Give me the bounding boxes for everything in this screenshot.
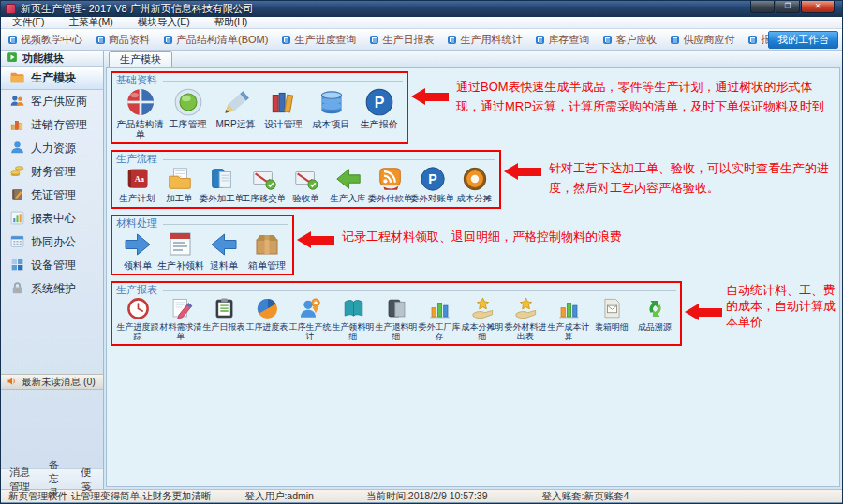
toolbar-item[interactable]: 生产进度查询 <box>282 33 356 47</box>
toolbar-item-label: 商品资料 <box>109 33 150 47</box>
module-item[interactable]: 生产日报表 <box>202 296 245 341</box>
annotation-text: 通过BOM表快速生成半成品，零件等生产计划，通过树状的形式体现，通过MRP运算，… <box>456 77 836 116</box>
toolbar-item[interactable]: 库存查询 <box>536 33 589 47</box>
module-item[interactable]: 材料需求清单 <box>159 296 202 341</box>
my-workbench-button[interactable]: 我的工作台 <box>768 31 838 49</box>
module-item-label: 验收单 <box>292 194 319 204</box>
module-item[interactable]: 成本分摊明细 <box>461 296 504 341</box>
module-item[interactable]: 生产领料明细 <box>332 296 375 341</box>
module-item-label: 生产成本计算 <box>547 322 590 341</box>
toolbar-items: 视频教学中心商品资料产品结构清单(BOM)生产进度查询生产日报表生产用料统计库存… <box>8 33 802 47</box>
sidebar-item[interactable]: 客户供应商 <box>1 90 103 113</box>
module-item[interactable]: 退料单 <box>202 230 245 271</box>
toolbar-item-label: 生产用料统计 <box>460 33 522 47</box>
menu-item-2[interactable]: 主菜单(M) <box>68 16 112 29</box>
module-item[interactable]: 委外加工单 <box>200 165 243 204</box>
module-item-label: 装箱明细 <box>595 322 629 332</box>
unread-messages-label: 最新未读消息 (0) <box>22 376 96 389</box>
sidebar-item[interactable]: 凭证管理 <box>1 184 103 207</box>
sidebar-item[interactable]: 生产模块 <box>1 67 103 90</box>
module-item[interactable]: P委外对账单 <box>411 165 453 204</box>
sidebar-item[interactable]: 报表中心 <box>1 207 103 230</box>
module-item[interactable]: 领料单 <box>116 230 159 271</box>
module-item-label: MRP运算 <box>215 119 255 129</box>
module-item[interactable]: 成本项目 <box>307 86 355 140</box>
toolbar-item[interactable]: 商品资料 <box>96 33 150 47</box>
module-item[interactable]: 工序管理 <box>164 86 212 140</box>
tab-production-module[interactable]: 生产模块 <box>109 51 172 67</box>
clock-icon <box>126 296 151 321</box>
sidebar-item-label: 报表中心 <box>31 211 76 227</box>
svg-text:P: P <box>428 172 436 187</box>
module-item[interactable]: 生产退料明细 <box>375 296 418 341</box>
menu-item-4[interactable]: 帮助(H) <box>214 16 248 29</box>
toolbar-item[interactable]: 生产日报表 <box>370 33 434 47</box>
menu-item-1[interactable]: 文件(F) <box>12 16 44 29</box>
red-book-icon: Aa <box>124 165 152 193</box>
blue-book-icon <box>208 165 236 193</box>
module-item-label: 生产退料明细 <box>375 322 418 341</box>
menu-item-3[interactable]: 模块导入(E) <box>138 16 190 29</box>
sidebar-item[interactable]: 系统维护 <box>1 277 103 301</box>
checkbox-icon <box>8 36 17 44</box>
calendar-icon <box>9 233 25 252</box>
module-item[interactable]: 箱单管理 <box>245 230 288 271</box>
toolbar-item[interactable]: 视频教学中心 <box>8 33 82 47</box>
recycle-icon <box>643 296 668 321</box>
module-item[interactable]: 成本分摊 <box>453 165 495 204</box>
module-item[interactable]: MRP运算 <box>212 86 259 140</box>
module-item[interactable]: 委外材料进出表 <box>504 296 547 341</box>
toolbar-item[interactable]: 客户应收 <box>603 33 657 47</box>
module-item-label: 生产进度跟踪 <box>116 322 159 341</box>
minimize-button[interactable]: – <box>750 1 775 13</box>
sidebar-item[interactable]: 进销存管理 <box>1 113 103 137</box>
menu-bar: 文件(F)主菜单(M)模块导入(E)帮助(H) <box>1 17 842 29</box>
module-item[interactable]: 工序进度表 <box>245 296 288 341</box>
checkbox-icon <box>748 36 757 44</box>
module-item[interactable]: 委外工厂库存 <box>418 296 461 341</box>
module-item-label: 生产日报表 <box>203 322 245 332</box>
module-item[interactable]: 生产成本计算 <box>547 296 590 341</box>
module-item-label: 工序管理 <box>170 119 207 129</box>
sidebar-item-label: 凭证管理 <box>31 187 76 203</box>
bars-icon <box>9 116 25 135</box>
form-icon <box>166 230 196 259</box>
sidebar-item[interactable]: 设备管理 <box>1 254 103 277</box>
toolbar-item[interactable]: 产品结构清单(BOM) <box>164 33 268 47</box>
sidebar-item[interactable]: 协同办公 <box>1 230 103 254</box>
module-item-label: 成本分摊明细 <box>461 322 504 341</box>
voucher-icon <box>9 186 25 205</box>
unread-messages-bar[interactable]: 最新未读消息 (0) <box>1 374 103 390</box>
module-item[interactable]: 工序移交单 <box>243 165 285 204</box>
carton-box-icon <box>252 230 282 259</box>
books-icon <box>268 86 300 118</box>
status-bar: 新页管理软件-让管理变得简单,让财务更加清晰 登入用户:admin 当前时间:2… <box>1 489 842 502</box>
module-item[interactable]: 委外付款单 <box>369 165 411 204</box>
module-item[interactable]: 生产进度跟踪 <box>116 296 159 341</box>
module-item[interactable]: 工序生产统计 <box>288 296 332 341</box>
module-item[interactable]: 验收单 <box>285 165 327 204</box>
module-item[interactable]: Aa生产计划 <box>116 165 158 204</box>
module-item[interactable]: P生产报价 <box>355 86 403 140</box>
sidebar-items: 生产模块客户供应商进销存管理人力资源财务管理凭证管理报表中心协同办公设备管理系统… <box>1 67 103 301</box>
module-item[interactable]: 成品溯源 <box>633 296 676 341</box>
teal-book-icon <box>341 296 366 321</box>
module-item[interactable]: 产品结构清单 <box>116 86 164 140</box>
module-item-label: 生产补领料 <box>157 260 204 271</box>
module-item[interactable]: 设计管理 <box>259 86 307 140</box>
module-item-label: 工序生产统计 <box>288 322 332 341</box>
module-item[interactable]: 加工单 <box>158 165 200 204</box>
sidebar-item-label: 客户供应商 <box>31 94 87 110</box>
group-title: 生产流程 <box>116 152 157 166</box>
group-box: 生产报表生产进度跟踪材料需求清单生产日报表工序进度表工序生产统计生产领料明细生产… <box>111 281 682 346</box>
module-item[interactable]: 生产入库 <box>327 165 369 204</box>
toolbar-item[interactable]: 供应商应付 <box>671 33 734 47</box>
toolbar-item[interactable]: 生产用料统计 <box>448 33 522 47</box>
sidebar-item[interactable]: 财务管理 <box>1 160 103 184</box>
sidebar-item[interactable]: 人力资源 <box>1 137 103 160</box>
close-button[interactable]: ✕ <box>801 1 835 13</box>
maximize-button[interactable]: ❐ <box>776 1 800 13</box>
module-item[interactable]: 生产补领料 <box>159 230 202 271</box>
toolbar-item-label: 视频教学中心 <box>21 33 82 47</box>
module-item[interactable]: 装箱明细 <box>590 296 633 341</box>
